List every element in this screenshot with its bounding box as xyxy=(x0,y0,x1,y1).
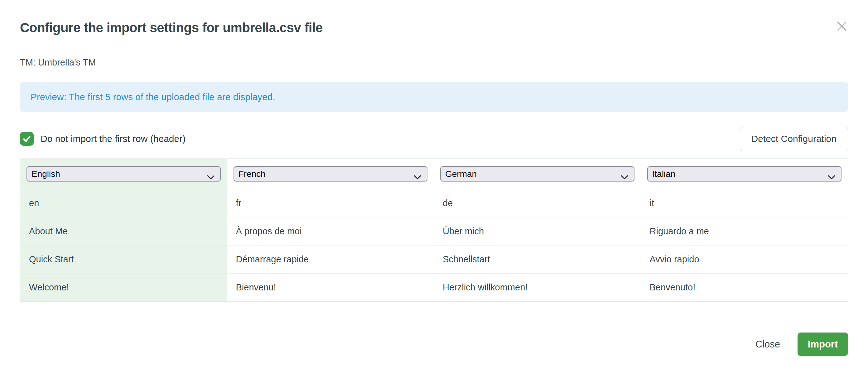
checkbox-checked-icon[interactable] xyxy=(20,132,34,146)
language-column-header-0: English xyxy=(20,159,227,189)
table-row: About Me À propos de moi Über mich Rigua… xyxy=(20,218,848,246)
table-row: Quick Start Démarrage rapide Schnellstar… xyxy=(20,246,848,274)
table-row: Welcome! Bienvenu! Herzlich willkommen! … xyxy=(20,274,848,301)
import-button[interactable]: Import xyxy=(798,333,848,356)
table-cell: Herzlich willkommen! xyxy=(434,274,641,301)
table-cell: Benvenuto! xyxy=(641,274,848,301)
language-select-wrap-0: English xyxy=(27,166,221,181)
language-column-header-1: French xyxy=(227,159,434,189)
table-cell: Quick Start xyxy=(20,246,227,273)
language-select-wrap-3: Italian xyxy=(647,166,842,181)
table-cell: Avvio rapido xyxy=(641,246,848,273)
skip-header-checkbox-label: Do not import the first row (header) xyxy=(40,134,186,144)
table-cell: Über mich xyxy=(434,218,641,245)
table-cell: About Me xyxy=(20,218,227,245)
x-icon xyxy=(837,21,847,31)
tm-label: TM: Umbrella's TM xyxy=(20,57,848,67)
options-row: Do not import the first row (header) Det… xyxy=(20,127,848,151)
language-select-row: English French xyxy=(20,159,848,189)
language-select-wrap-1: French xyxy=(234,166,428,181)
language-select-italian[interactable]: Italian xyxy=(647,166,842,181)
table-cell: en xyxy=(20,189,227,217)
table-cell: Démarrage rapide xyxy=(227,246,434,273)
language-select-german[interactable]: German xyxy=(440,166,634,181)
table-cell: de xyxy=(434,189,641,217)
dialog-footer: Close Import xyxy=(20,333,848,356)
checkmark-icon xyxy=(23,135,31,143)
table-cell: Bienvenu! xyxy=(227,274,434,301)
detect-configuration-button[interactable]: Detect Configuration xyxy=(740,127,848,151)
table-cell: fr xyxy=(227,189,434,217)
close-button[interactable]: Close xyxy=(747,333,789,356)
language-column-header-2: German xyxy=(434,159,641,189)
language-select-wrap-2: German xyxy=(440,166,634,181)
table-row: en fr de it xyxy=(20,189,848,218)
page-title: Configure the import settings for umbrel… xyxy=(20,0,848,35)
table-cell: Schnellstart xyxy=(434,246,641,273)
table-cell: Welcome! xyxy=(20,274,227,301)
close-icon[interactable] xyxy=(835,19,849,33)
skip-header-checkbox-group[interactable]: Do not import the first row (header) xyxy=(20,132,186,146)
preview-info-banner: Preview: The first 5 rows of the uploade… xyxy=(20,82,848,112)
table-cell: Riguardo a me xyxy=(641,218,848,245)
language-select-english[interactable]: English xyxy=(27,166,221,181)
language-column-header-3: Italian xyxy=(641,159,848,189)
language-select-french[interactable]: French xyxy=(234,166,428,181)
table-cell: it xyxy=(641,189,848,217)
table-cell: À propos de moi xyxy=(227,218,434,245)
preview-table: English French xyxy=(20,159,848,301)
preview-info-text: Preview: The first 5 rows of the uploade… xyxy=(31,92,275,102)
import-settings-dialog: Configure the import settings for umbrel… xyxy=(0,0,868,374)
